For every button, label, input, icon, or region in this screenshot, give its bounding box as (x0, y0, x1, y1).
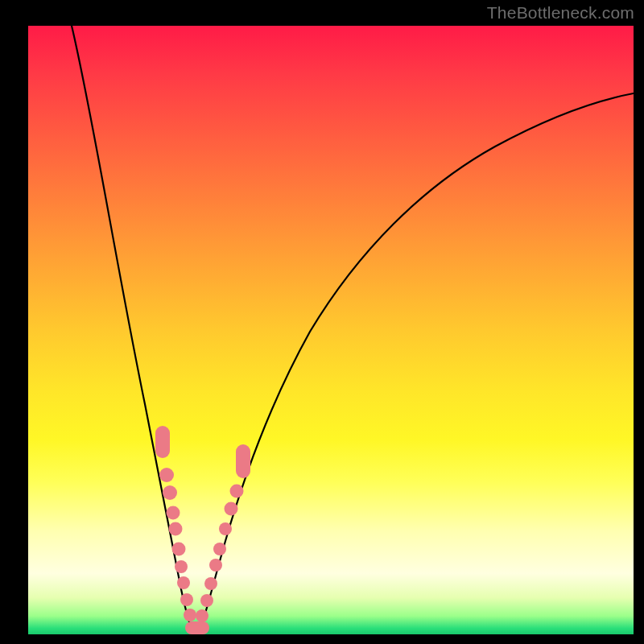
svg-point-18 (230, 485, 244, 498)
svg-point-2 (163, 485, 177, 500)
svg-point-15 (213, 543, 226, 555)
svg-point-7 (177, 576, 190, 589)
plot-area (28, 26, 634, 634)
svg-point-4 (169, 522, 183, 536)
markers-group (155, 426, 250, 634)
svg-point-11 (196, 609, 208, 622)
svg-point-17 (225, 502, 238, 516)
svg-point-14 (209, 559, 222, 572)
svg-point-13 (204, 577, 217, 590)
right-branch-curve (199, 93, 634, 634)
svg-point-12 (200, 594, 213, 607)
curve-layer (28, 26, 634, 634)
svg-point-8 (180, 593, 193, 606)
svg-point-10 (184, 609, 196, 621)
svg-point-3 (167, 506, 180, 520)
svg-point-1 (159, 468, 174, 482)
svg-point-6 (175, 560, 188, 573)
svg-rect-19 (236, 444, 250, 478)
svg-rect-9 (185, 621, 209, 634)
svg-point-5 (172, 543, 186, 556)
svg-rect-0 (155, 426, 170, 458)
svg-point-16 (219, 522, 232, 535)
left-branch-curve (72, 26, 194, 634)
chart-frame: TheBottleneck.com (0, 0, 644, 644)
watermark-text: TheBottleneck.com (487, 3, 634, 23)
